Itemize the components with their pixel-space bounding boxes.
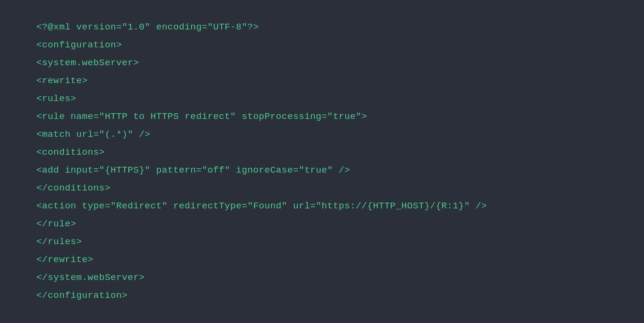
code-line: <rule name="HTTP to HTTPS redirect" stop… [36,108,608,126]
code-line: </conditions> [36,179,608,197]
code-line: <system.webServer> [36,54,608,72]
code-line: </system.webServer> [36,269,608,287]
code-line: <rules> [36,90,608,108]
code-line: <rewrite> [36,72,608,90]
code-block: <?@xml version="1.0" encoding="UTF-8"?><… [36,18,608,305]
code-line: </rewrite> [36,251,608,269]
code-line: </rule> [36,215,608,233]
code-line: <conditions> [36,144,608,162]
code-line: <?@xml version="1.0" encoding="UTF-8"?> [36,18,608,36]
code-line: </configuration> [36,287,608,305]
code-line: <action type="Redirect" redirectType="Fo… [36,197,608,215]
code-line: <configuration> [36,36,608,54]
code-line: <match url="(.*)" /> [36,126,608,144]
code-container: <?@xml version="1.0" encoding="UTF-8"?><… [12,0,632,323]
code-line: </rules> [36,233,608,251]
code-line: <add input="{HTTPS}" pattern="off" ignor… [36,162,608,179]
